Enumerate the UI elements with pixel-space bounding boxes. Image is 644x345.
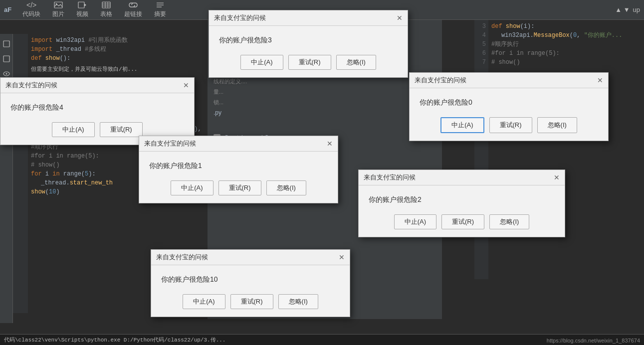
dialog3-body: 你的账户很危险3 [209,26,408,50]
dialog-danger1: 来自支付宝的问候 ✕ 你的账户很危险1 中止(A) 重试(R) 忽略(I) [139,136,338,203]
dialog1-body: 你的账户很危险1 [139,152,338,175]
dialog3-ignore-button[interactable]: 忽略(I) [336,55,376,70]
dialog2-close-button[interactable]: ✕ [554,174,560,181]
toolbar-table-label: 表格 [100,10,112,18]
url-text: https://blog.csdn.net/weixin_1_837674 [547,338,640,344]
right-code-panel: 34567 def show(i): win32api.MessageBox(0… [474,20,644,279]
link-icon [128,1,138,9]
svg-point-15 [5,73,7,75]
svg-rect-4 [102,2,110,8]
dialog2-title: 来自支付宝的问候 [364,173,416,182]
line-numbers-left [13,34,28,313]
dialog3-buttons: 中止(A) 重试(R) 忽略(I) [209,50,408,77]
dialog1-retry-button[interactable]: 重试(R) [218,180,261,195]
dialog1-close-button[interactable]: ✕ [327,140,333,147]
code-icon: </> [26,1,36,9]
code-right: def show(i): win32api.MessageBox(0, "你的账… [488,20,644,279]
dialog0-close-button[interactable]: ✕ [597,77,603,84]
toolbar-link[interactable]: 超链接 [121,0,145,19]
sidebar-icon-window[interactable] [1,39,11,49]
dialog10-retry-button[interactable]: 重试(R) [230,294,273,309]
file-item[interactable]: 锁... [208,97,442,108]
up-arrows: ▲ ▼ [615,6,630,13]
toolbar-code-label: 代码块 [22,10,40,18]
dialog3-title: 来自支付宝的问候 [214,13,266,22]
dialog2-titlebar: 来自支付宝的问候 ✕ [359,170,565,185]
table-icon [101,1,111,9]
toolbar-link-label: 超链接 [124,10,142,18]
up-label: up [633,6,640,13]
dialog3-abort-button[interactable]: 中止(A) [240,55,283,70]
dialog10-abort-button[interactable]: 中止(A) [183,294,225,309]
dialog3-close-button[interactable]: ✕ [397,14,403,21]
summary-icon [155,1,165,9]
dialog10-titlebar: 来自支付宝的问候 ✕ [151,250,350,265]
dialog0-abort-button[interactable]: 中止(A) [440,117,484,133]
dialog2-buttons: 中止(A) 重试(R) 忽略(I) [359,209,565,237]
dialog2-body: 你的账户很危险2 [359,185,565,209]
dialog10-buttons: 中止(A) 重试(R) 忽略(I) [151,289,350,317]
dialog-danger4: 来自支付宝的问候 ✕ 你的账户很危险4 中止(A) 重试(R) [0,77,195,145]
dialog1-buttons: 中止(A) 重试(R) 忽略(I) [139,175,338,203]
toolbar-summary[interactable]: 摘要 [151,0,169,19]
line-numbers-right: 34567 [474,20,488,279]
dialog2-message: 你的账户很危险2 [369,195,422,203]
svg-rect-12 [3,41,9,47]
dialog4-message: 你的账户很危险4 [10,103,63,111]
dialog-danger2: 来自支付宝的问候 ✕ 你的账户很危险2 中止(A) 重试(R) 忽略(I) [358,170,565,237]
dialog2-ignore-button[interactable]: 忽略(I) [489,214,529,229]
svg-rect-2 [78,2,84,8]
dialog3-retry-button[interactable]: 重试(R) [288,55,331,70]
file-item[interactable]: .py [208,108,442,118]
dialog4-abort-button[interactable]: 中止(A) [52,122,94,137]
toolbar-video-label: 视频 [76,10,88,18]
dialog10-message: 你的账户很危险10 [161,275,218,283]
url-bar: https://blog.csdn.net/weixin_1_837674 [519,336,644,345]
dialog10-title: 来自支付宝的问候 [156,253,208,262]
svg-rect-13 [3,56,9,62]
video-icon [77,1,87,9]
dialog0-titlebar: 来自支付宝的问候 ✕ [410,73,608,88]
dialog1-titlebar: 来自支付宝的问候 ✕ [139,136,338,152]
dialog3-message: 你的账户很危险3 [219,36,272,44]
file-item[interactable]: 量... [208,87,442,97]
dialog4-title: 来自支付宝的问候 [5,81,57,90]
dialog4-close-button[interactable]: ✕ [183,82,189,89]
toolbar-image[interactable]: 图片 [49,0,67,19]
dialog10-close-button[interactable]: ✕ [339,254,345,261]
dialog-danger10: 来自支付宝的问候 ✕ 你的账户很危险10 中止(A) 重试(R) 忽略(I) [151,249,350,317]
toolbar-video[interactable]: 视频 [73,0,91,19]
dialog4-body: 你的账户很危险4 [0,93,194,117]
dialog10-ignore-button[interactable]: 忽略(I) [278,294,318,309]
dialog1-message: 你的账户很危险1 [149,162,202,170]
dialog4-titlebar: 来自支付宝的问候 ✕ [0,78,194,93]
dialog0-buttons: 中止(A) 重试(R) 忽略(I) [410,112,608,141]
terminal-text: 代码\class22\venv\Scripts\python.exe D:/Py… [4,337,225,343]
dialog0-body: 你的账户很危险0 [410,88,608,112]
dialog2-abort-button[interactable]: 中止(A) [394,214,436,229]
dialog2-retry-button[interactable]: 重试(R) [441,214,484,229]
logo-text: aF [4,6,11,13]
svg-marker-3 [84,3,86,6]
sidebar-icon-file[interactable] [1,54,11,64]
file-item[interactable]: 线程的定义.... [208,76,442,87]
dialog0-ignore-button[interactable]: 忽略(I) [537,117,577,133]
toolbar-code[interactable]: </> 代码块 [19,0,43,19]
dialog10-body: 你的账户很危险10 [151,265,350,289]
image-icon [53,1,63,9]
dialog0-retry-button[interactable]: 重试(R) [489,117,532,133]
toolbar-right: ▲ ▼ up [615,6,640,13]
dialog1-title: 来自支付宝的问候 [144,139,196,148]
dialog-danger0: 来自支付宝的问候 ✕ 你的账户很危险0 中止(A) 重试(R) 忽略(I) [409,72,609,141]
dialog0-title: 来自支付宝的问候 [415,76,466,85]
dialog1-ignore-button[interactable]: 忽略(I) [266,180,306,195]
toolbar-image-label: 图片 [52,10,64,18]
dialog4-retry-button[interactable]: 重试(R) [100,122,143,137]
dialog0-message: 你的账户很危险0 [420,98,472,106]
toolbar-table[interactable]: 表格 [97,0,115,19]
dialog-danger3: 来自支付宝的问候 ✕ 你的账户很危险3 中止(A) 重试(R) 忽略(I) [209,10,408,78]
toolbar-summary-label: 摘要 [154,10,166,18]
svg-rect-0 [54,2,62,8]
dialog1-abort-button[interactable]: 中止(A) [171,180,213,195]
dialog3-titlebar: 来自支付宝的问候 ✕ [209,10,408,26]
